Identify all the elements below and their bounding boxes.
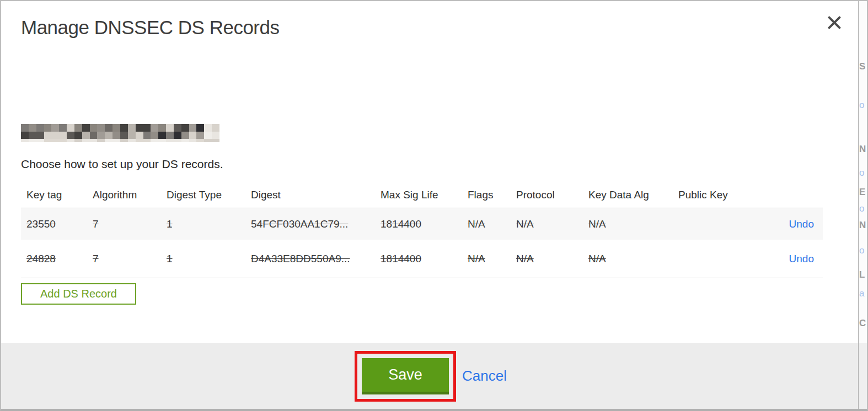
cell-digest-type: 1 (161, 253, 245, 265)
table-row: 24828 7 1 D4A33E8DD550A9... 1814400 N/A … (21, 240, 823, 278)
cell-flags: N/A (462, 253, 511, 265)
undo-link[interactable]: Undo (789, 253, 814, 264)
background-text-fragment: o (859, 100, 864, 110)
column-header-key-tag: Key tag (21, 189, 87, 201)
cell-digest: D4A33E8DD550A9... (245, 253, 375, 265)
background-text-fragment: E (859, 187, 865, 197)
cell-max-sig-life: 1814400 (375, 253, 462, 265)
background-text-fragment: N (859, 220, 866, 230)
cell-key-data-alg: N/A (583, 218, 673, 230)
column-header-protocol: Protocol (511, 189, 583, 201)
cell-protocol: N/A (511, 253, 583, 265)
undo-link[interactable]: Undo (789, 218, 814, 230)
background-text-fragment: a (859, 289, 864, 298)
background-text-fragment: o (859, 204, 864, 213)
modal-body: Manage DNSSEC DS Records Choose how to s… (0, 0, 859, 411)
cell-protocol: N/A (511, 218, 583, 230)
cell-algorithm: 7 (87, 253, 161, 265)
table-header-row: Key tag Algorithm Digest Type Digest Max… (21, 182, 823, 208)
background-text-fragment: o (859, 168, 864, 177)
column-header-digest: Digest (245, 189, 375, 201)
column-header-algorithm: Algorithm (87, 189, 161, 201)
cell-algorithm: 7 (87, 218, 161, 230)
add-ds-record-button[interactable]: Add DS Record (21, 283, 136, 305)
column-header-flags: Flags (462, 189, 511, 201)
ds-records-table: Key tag Algorithm Digest Type Digest Max… (21, 182, 823, 278)
redacted-domain-name (21, 124, 219, 142)
cell-max-sig-life: 1814400 (375, 218, 462, 230)
background-text-fragment: S (859, 62, 865, 71)
close-icon[interactable] (827, 15, 842, 30)
cell-key-tag: 24828 (21, 253, 87, 265)
background-text-fragment: C (859, 318, 866, 328)
instruction-text: Choose how to set up your DS records. (21, 158, 223, 171)
table-row: 23550 7 1 54FCF030AA1C79... 1814400 N/A … (21, 208, 823, 240)
column-header-digest-type: Digest Type (161, 189, 245, 201)
cell-flags: N/A (462, 218, 511, 230)
background-page-sliver: SoNoEoNoLaC (859, 0, 868, 411)
column-header-public-key: Public Key (673, 189, 773, 201)
cell-digest-type: 1 (161, 218, 245, 230)
column-header-key-data-alg: Key Data Alg (583, 189, 673, 201)
cell-key-tag: 23550 (21, 218, 87, 230)
cancel-link[interactable]: Cancel (462, 367, 507, 385)
page-title: Manage DNSSEC DS Records (21, 17, 279, 39)
cell-key-data-alg: N/A (583, 253, 673, 265)
modal-footer: Save Cancel (0, 343, 858, 411)
save-highlight-annotation: Save (355, 351, 456, 402)
cell-digest: 54FCF030AA1C79... (245, 218, 375, 230)
background-page-footer-band (859, 343, 868, 411)
column-header-max-sig-life: Max Sig Life (375, 189, 462, 201)
background-text-fragment: L (859, 270, 865, 279)
save-button[interactable]: Save (362, 358, 449, 394)
dnssec-ds-records-modal: Manage DNSSEC DS Records Choose how to s… (0, 0, 868, 411)
background-text-fragment: N (859, 144, 866, 154)
background-text-fragment: o (859, 246, 864, 255)
